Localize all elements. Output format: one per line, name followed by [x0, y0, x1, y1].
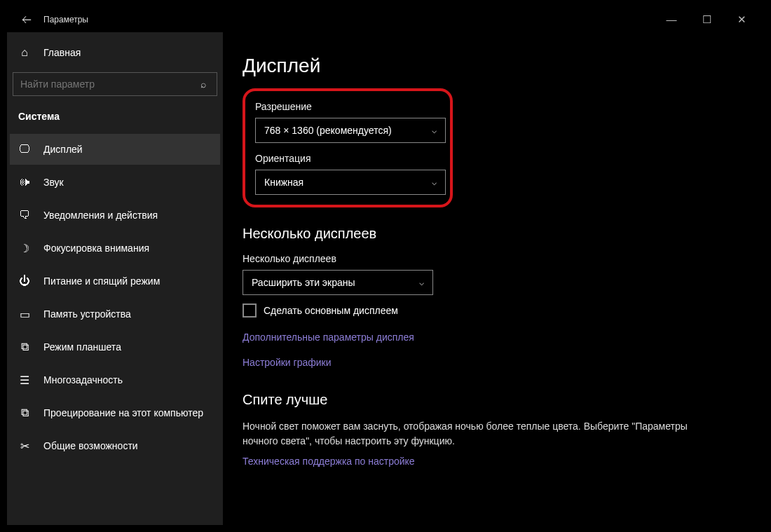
titlebar: 🡠 Параметры — ☐ ✕ [7, 7, 764, 32]
storage-icon: ▭ [18, 308, 31, 320]
sidebar-item-label: Уведомления и действия [43, 210, 158, 221]
orientation-label: Ориентация [255, 153, 440, 164]
display-icon: 🖵 [18, 143, 31, 156]
sidebar-item-multitask[interactable]: ☰ Многозадачность [10, 364, 220, 395]
notifications-icon: 🗨 [18, 209, 31, 221]
checkbox-label: Сделать основным дисплеем [264, 305, 398, 316]
close-button[interactable]: ✕ [732, 13, 751, 26]
sidebar-item-power[interactable]: ⏻ Питание и спящий режим [10, 266, 220, 296]
highlight-box: Разрешение 768 × 1360 (рекомендуется) ⌵ … [243, 88, 453, 207]
checkbox-icon[interactable] [243, 303, 257, 318]
projecting-icon: ⧉ [18, 407, 31, 419]
multi-displays-heading: Несколько дисплеев [243, 226, 744, 242]
sound-icon: 🕪 [18, 176, 31, 189]
back-button[interactable]: 🡠 [13, 14, 41, 25]
sidebar-item-label: Звук [43, 177, 64, 188]
sidebar-item-label: Многозадачность [43, 374, 123, 386]
shared-icon: ✂ [18, 439, 31, 452]
window-title: Параметры [41, 15, 88, 25]
sidebar-item-label: Питание и спящий режим [43, 275, 160, 287]
link-graphics-settings[interactable]: Настройки графики [243, 357, 744, 368]
home-button[interactable]: ⌂ Главная [10, 39, 220, 66]
sleep-better-text: Ночной свет поможет вам заснуть, отображ… [243, 419, 691, 449]
chevron-down-icon: ⌵ [419, 278, 424, 287]
sidebar-item-tablet[interactable]: ⧉ Режим планшета [10, 332, 220, 362]
sidebar-item-shared[interactable]: ✂ Общие возможности [10, 430, 220, 461]
power-icon: ⏻ [18, 275, 31, 287]
chevron-down-icon: ⌵ [432, 125, 437, 135]
sleep-better-heading: Спите лучше [243, 392, 744, 408]
minimize-button[interactable]: — [662, 13, 681, 26]
resolution-dropdown[interactable]: 768 × 1360 (рекомендуется) ⌵ [255, 118, 446, 143]
sidebar-item-storage[interactable]: ▭ Память устройства [10, 299, 220, 329]
focus-icon: ☽ [18, 242, 31, 254]
maximize-button[interactable]: ☐ [697, 13, 716, 26]
sidebar-item-focus[interactable]: ☽ Фокусировка внимания [10, 233, 220, 264]
link-advanced-display[interactable]: Дополнительные параметры дисплея [243, 332, 744, 343]
multi-displays-value: Расширить эти экраны [252, 277, 355, 288]
primary-display-checkbox-row[interactable]: Сделать основным дисплеем [243, 303, 744, 318]
sidebar-item-notifications[interactable]: 🗨 Уведомления и действия [10, 200, 220, 231]
sidebar-item-label: Проецирование на этот компьютер [43, 407, 203, 418]
resolution-value: 768 × 1360 (рекомендуется) [264, 125, 392, 136]
multi-displays-label: Несколько дисплеев [243, 253, 744, 264]
sidebar-item-sound[interactable]: 🕪 Звук [10, 167, 220, 198]
section-title: Система [10, 105, 220, 132]
sidebar-item-display[interactable]: 🖵 Дисплей [10, 134, 220, 165]
sidebar-item-label: Фокусировка внимания [43, 243, 149, 254]
sidebar-item-label: Режим планшета [43, 341, 121, 353]
resolution-label: Разрешение [255, 101, 440, 112]
main-content: Дисплей Разрешение 768 × 1360 (рекоменду… [223, 32, 764, 525]
page-title: Дисплей [243, 55, 744, 77]
link-support[interactable]: Техническая поддержка по настройке [243, 456, 744, 467]
chevron-down-icon: ⌵ [432, 177, 437, 187]
multi-displays-dropdown[interactable]: Расширить эти экраны ⌵ [243, 270, 433, 295]
orientation-dropdown[interactable]: Книжная ⌵ [255, 170, 446, 195]
home-label: Главная [43, 47, 81, 58]
tablet-icon: ⧉ [18, 341, 31, 353]
window-controls: — ☐ ✕ [662, 13, 764, 26]
orientation-value: Книжная [264, 177, 303, 188]
sidebar-item-label: Общие возможности [43, 440, 138, 451]
sidebar-item-projecting[interactable]: ⧉ Проецирование на этот компьютер [10, 397, 220, 428]
search-field[interactable] [20, 79, 197, 90]
sidebar-item-label: Дисплей [43, 144, 83, 155]
search-icon: ⌕ [197, 78, 210, 90]
body-row: ⌂ Главная ⌕ Система 🖵 Дисплей 🕪 Звук 🗨 У… [7, 32, 764, 525]
multitask-icon: ☰ [18, 374, 31, 386]
sidebar-item-label: Память устройства [43, 308, 131, 320]
sidebar: ⌂ Главная ⌕ Система 🖵 Дисплей 🕪 Звук 🗨 У… [7, 32, 223, 525]
settings-window: 🡠 Параметры — ☐ ✕ ⌂ Главная ⌕ Система 🖵 … [7, 7, 764, 525]
home-icon: ⌂ [18, 46, 31, 59]
search-input[interactable]: ⌕ [13, 72, 217, 96]
